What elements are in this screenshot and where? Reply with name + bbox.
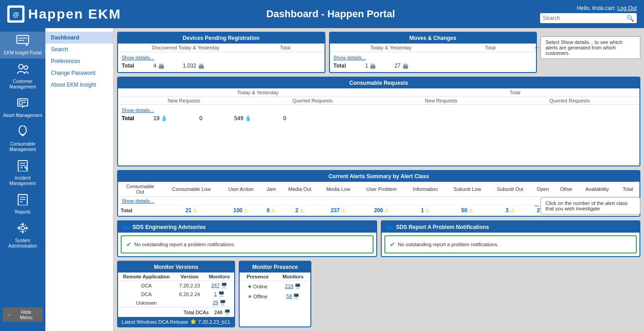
- monitor-versions-card: Monitor Versions Remote Application Vers…: [117, 261, 235, 327]
- logo-box-icon: @: [7, 5, 25, 23]
- sidebar-item-ekm[interactable]: EKM Insight Portal: [0, 32, 45, 58]
- consumable-v4: 0: [283, 115, 286, 122]
- monitor-link-1[interactable]: 1: [214, 291, 217, 297]
- alert-val-6: 206 ⚠: [358, 205, 405, 216]
- search-input[interactable]: [543, 15, 624, 21]
- warn-3: ⚠: [271, 208, 275, 213]
- monitor-col-version: Version: [175, 273, 204, 281]
- alerts-col-subunit-out: Subunit Out: [489, 182, 531, 197]
- ekm-icon: [16, 34, 29, 49]
- moves-total-row: Total 1 🖨️ 27 🖨️: [334, 61, 533, 70]
- alerts-show-details[interactable]: Show details...: [122, 198, 154, 204]
- consumable-v1: 19 💧: [153, 115, 167, 122]
- main-layout: EKM Insight Portal Customer Management A…: [0, 28, 644, 331]
- offline-link[interactable]: 58: [286, 293, 292, 299]
- sidebar-item-system[interactable]: System Administration: [0, 219, 45, 252]
- moves-show-details[interactable]: Show details...: [334, 54, 533, 61]
- alerts-section: Current Alerts Summary by Alert Class Co…: [117, 170, 640, 217]
- consumable-header: Consumable Requests: [118, 78, 639, 88]
- alerts-col-consumable-low: Consumable Low: [162, 182, 220, 197]
- moves-today-print[interactable]: 🖨️: [369, 63, 376, 69]
- sidebar-item-incident[interactable]: Incident Management: [0, 157, 45, 189]
- svg-rect-2: [17, 35, 29, 44]
- moves-total-print[interactable]: 🖨️: [402, 63, 409, 69]
- callout-devices-box: Select Show details... to see which aler…: [541, 36, 640, 59]
- warn-6: ⚠: [384, 208, 389, 213]
- monitor-presence-card: Monitor Presence Presence Monitors ●: [239, 261, 311, 327]
- logo-area: @ Happen EKM: [7, 5, 121, 23]
- monitor-presence-table: Presence Monitors ● Online 219: [240, 273, 310, 301]
- devices-total-print[interactable]: 🖨️: [198, 63, 205, 69]
- monitor-icon-0: 🖥️: [221, 282, 227, 288]
- header-search-box: 🔍: [540, 13, 637, 23]
- sidebar-item-reports[interactable]: Reports: [0, 191, 45, 218]
- warn-7: ⚠: [425, 208, 430, 213]
- alerts-col-total: Total: [616, 182, 639, 197]
- presence-row-online: ● Online 219 🖥️: [240, 281, 310, 292]
- monitor-link-0[interactable]: 247: [211, 282, 219, 288]
- devices-card-header: Devices Pending Registration: [118, 33, 324, 44]
- nav-item-dashboard[interactable]: Dashboard: [45, 32, 113, 44]
- svg-text:@: @: [13, 11, 19, 18]
- alerts-col-jam: Jam: [261, 182, 281, 197]
- logout-link[interactable]: Log Out: [617, 5, 637, 11]
- company-name: Happen EKM: [28, 6, 121, 22]
- consumable-card: Consumable Requests Today & Yesterday To…: [117, 77, 640, 166]
- warn-2: ⚠: [244, 208, 248, 213]
- alerts-col-media-out: Media Out: [281, 182, 319, 197]
- offline-dot: ●: [248, 292, 251, 300]
- reports-icon: [17, 194, 28, 208]
- alert-val-9: 3 ⚠: [489, 205, 531, 216]
- consumable-col-header: New Requests Queried Requests New Reques…: [118, 97, 639, 105]
- consumable-body: Show details... Total 19 💧 0 549 �: [118, 105, 639, 125]
- online-link[interactable]: 219: [285, 283, 293, 289]
- check-icon-2: ✔: [390, 241, 395, 248]
- sds-engineering-body: ✔ No outstanding report a problem notifi…: [121, 235, 374, 253]
- search-button[interactable]: 🔍: [626, 15, 634, 22]
- devices-show-details[interactable]: Show details...: [122, 54, 321, 61]
- alert-val-2: 100 ⚠: [221, 205, 261, 216]
- monitor-row-1: DCA 6.20.2.24 1 🖥️: [118, 290, 234, 298]
- sidebar-label-ekm: EKM Insight Portal: [4, 50, 42, 56]
- svg-point-13: [19, 126, 26, 135]
- monitor-icon-1: 🖥️: [218, 291, 225, 297]
- star-icon: ⭐: [190, 319, 197, 325]
- alerts-col-media-low: Media Low: [319, 182, 358, 197]
- devices-today-print[interactable]: 🖨️: [158, 63, 165, 69]
- alerts-col-user-problem: User Problem: [358, 182, 405, 197]
- header-right: Hello, linda.carr. Log Out 🔍: [540, 5, 637, 23]
- offline-icon: 🖥️: [293, 293, 300, 299]
- alert-callout-box: Click on the number of the alert class t…: [541, 197, 640, 214]
- monitor-col-app: Remote Application: [118, 273, 175, 281]
- monitor-icon-2: 🖥️: [220, 300, 226, 305]
- sidebar-item-customer[interactable]: Customer Management: [0, 60, 45, 92]
- consumable-show-details[interactable]: Show details...: [122, 107, 636, 114]
- nav-item-preferences[interactable]: Preferences: [45, 55, 113, 67]
- asset-icon: [16, 97, 29, 112]
- hide-menu-button[interactable]: ← Hide Menu: [3, 307, 43, 322]
- sidebar-item-asset[interactable]: Asset Management: [0, 94, 45, 121]
- main-content: Devices Pending Registration Discovered …: [113, 28, 644, 331]
- incident-icon: [16, 160, 29, 174]
- monitor-link-2[interactable]: 29: [212, 300, 218, 305]
- svg-point-22: [21, 226, 25, 230]
- sidebar-item-consumable[interactable]: Consumable Management: [0, 123, 45, 155]
- sidebar-label-incident: Incident Management: [2, 175, 44, 186]
- presence-row-offline: ● Offline 58 🖥️: [240, 291, 310, 301]
- drop-icon-1: 💧: [161, 115, 167, 122]
- presence-col-monitors: Monitors: [276, 273, 310, 281]
- monitor-versions-footer: Total DCAs 248 🖥️: [118, 307, 234, 317]
- monitor-row-0: DCA 7.20.2.23 247 🖥️: [118, 281, 234, 290]
- hp-logo-2: hp: [386, 224, 393, 230]
- sds-engineering-card: hp SDS Engineering Advisories ✔ No outst…: [117, 220, 377, 257]
- nav-item-change-password[interactable]: Change Password: [45, 67, 113, 79]
- alert-val-4: 2 ⚠: [281, 205, 319, 216]
- nav-item-search[interactable]: Search: [45, 44, 113, 55]
- nav-item-about[interactable]: About EKM Insight: [45, 79, 113, 91]
- advisory-row: hp SDS Engineering Advisories ✔ No outst…: [117, 220, 640, 257]
- alerts-total-label-cell: Total: [118, 205, 162, 216]
- callout-devices: Select Show details... to see which aler…: [541, 32, 640, 73]
- warn-5: ⚠: [341, 208, 346, 213]
- monitor-total-icon[interactable]: 🖥️: [224, 309, 231, 315]
- alerts-col-information: Information: [405, 182, 446, 197]
